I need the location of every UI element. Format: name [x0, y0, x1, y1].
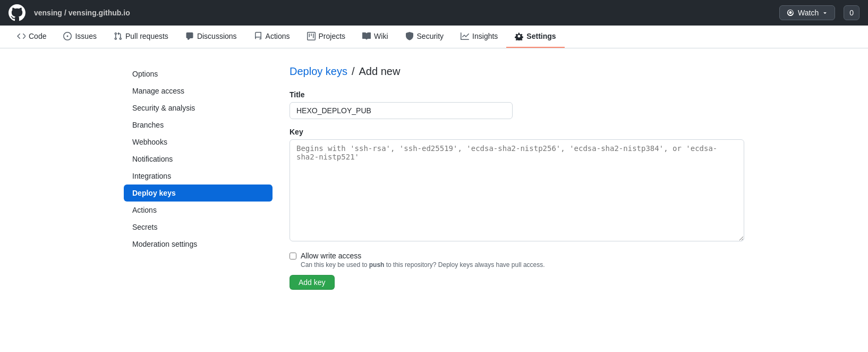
chevron-down-icon [822, 10, 828, 16]
github-logo [8, 4, 25, 21]
sidebar-item-manage-access-label: Manage access [132, 87, 184, 95]
security-icon [405, 32, 414, 40]
sidebar-item-security-analysis-label: Security & analysis [132, 104, 195, 112]
tab-insights[interactable]: Insights [452, 26, 506, 48]
breadcrumb-current: Add new [359, 65, 401, 78]
allow-write-checkbox[interactable] [290, 253, 296, 259]
sidebar-item-secrets-label: Secrets [132, 223, 157, 231]
sidebar-item-branches[interactable]: Branches [124, 116, 273, 133]
tab-projects[interactable]: Projects [299, 26, 354, 48]
sidebar-item-notifications[interactable]: Notifications [124, 150, 273, 167]
nav-tabs: Code Issues Pull requests Discussions Ac… [0, 26, 868, 48]
sidebar-item-options-label: Options [132, 70, 158, 78]
sidebar-item-integrations-label: Integrations [132, 172, 171, 180]
allow-write-row: Allow write access Can this key be used … [290, 252, 744, 269]
sidebar-item-webhooks-label: Webhooks [132, 138, 167, 146]
repo-name: vensing.github.io [69, 9, 130, 17]
tab-issues-label: Issues [75, 32, 96, 40]
sidebar-item-deploy-keys[interactable]: Deploy keys [124, 185, 273, 202]
tab-actions[interactable]: Actions [245, 26, 299, 48]
key-textarea[interactable] [290, 139, 744, 241]
sidebar-item-deploy-keys-label: Deploy keys [132, 189, 176, 197]
pr-icon [114, 32, 122, 40]
tab-wiki-label: Wiki [374, 32, 388, 40]
sidebar-item-security-analysis[interactable]: Security & analysis [124, 99, 273, 116]
breadcrumb: Deploy keys / Add new [290, 65, 744, 78]
allow-write-label[interactable]: Allow write access [301, 252, 361, 260]
sidebar-item-actions[interactable]: Actions [124, 202, 273, 219]
discussion-icon [185, 32, 194, 40]
tab-wiki[interactable]: Wiki [354, 26, 396, 48]
topbar: vensing / vensing.github.io Watch 0 [0, 0, 868, 26]
watch-count: 0 [844, 5, 860, 20]
tab-code[interactable]: Code [8, 26, 55, 48]
allow-write-desc: Can this key be used to push to this rep… [301, 261, 545, 269]
key-group: Key [290, 128, 744, 243]
allow-write-text: Allow write access Can this key be used … [301, 252, 545, 269]
org-name: vensing [34, 9, 62, 17]
sidebar-item-secrets[interactable]: Secrets [124, 219, 273, 236]
sidebar-item-options[interactable]: Options [124, 65, 273, 82]
breadcrumb-link[interactable]: Deploy keys [290, 65, 347, 78]
sidebar-item-notifications-label: Notifications [132, 155, 173, 163]
tab-security[interactable]: Security [397, 26, 453, 48]
sidebar-item-webhooks[interactable]: Webhooks [124, 133, 273, 150]
tab-actions-label: Actions [266, 32, 290, 40]
issue-icon [63, 32, 72, 40]
title-input[interactable] [290, 102, 513, 119]
tab-issues[interactable]: Issues [55, 26, 105, 48]
add-key-button[interactable]: Add key [290, 275, 335, 290]
sidebar-item-branches-label: Branches [132, 121, 164, 129]
watch-label: Watch [798, 9, 819, 17]
eye-icon [786, 9, 795, 17]
tab-insights-label: Insights [472, 32, 498, 40]
tab-code-label: Code [29, 32, 46, 40]
repo-link[interactable]: vensing / vensing.github.io [34, 9, 130, 17]
sidebar-item-moderation-settings[interactable]: Moderation settings [124, 236, 273, 253]
key-label: Key [290, 128, 744, 136]
separator: / [64, 9, 66, 17]
tab-settings[interactable]: Settings [506, 26, 564, 48]
code-icon [17, 32, 25, 40]
tab-projects-label: Projects [319, 32, 346, 40]
tab-settings-label: Settings [526, 32, 556, 40]
main-content: Deploy keys / Add new Title Key Allow wr… [290, 65, 744, 290]
actions-icon [254, 32, 262, 40]
projects-icon [307, 32, 316, 40]
page-layout: Options Manage access Security & analysi… [115, 65, 753, 290]
title-group: Title [290, 90, 744, 119]
tab-discussions-label: Discussions [197, 32, 237, 40]
title-label: Title [290, 90, 744, 99]
tab-security-label: Security [417, 32, 444, 40]
wiki-icon [362, 32, 371, 40]
sidebar-item-actions-label: Actions [132, 206, 157, 214]
breadcrumb-sep: / [352, 65, 355, 78]
watch-button[interactable]: Watch [779, 5, 835, 20]
settings-icon [515, 32, 523, 40]
tab-discussions[interactable]: Discussions [177, 26, 245, 48]
sidebar: Options Manage access Security & analysi… [124, 65, 273, 290]
insights-icon [461, 32, 469, 40]
tab-pull-requests[interactable]: Pull requests [105, 26, 177, 48]
sidebar-item-moderation-settings-label: Moderation settings [132, 240, 197, 248]
sidebar-item-manage-access[interactable]: Manage access [124, 82, 273, 99]
sidebar-item-integrations[interactable]: Integrations [124, 167, 273, 185]
tab-pr-label: Pull requests [125, 32, 168, 40]
